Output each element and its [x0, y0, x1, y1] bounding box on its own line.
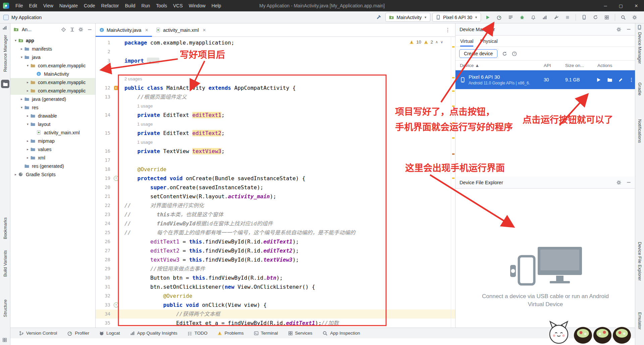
tree-item-mipmap[interactable]: ▸mipmap — [10, 137, 95, 145]
coverage-button[interactable] — [506, 13, 515, 22]
tree-item-values[interactable]: ▸values — [10, 145, 95, 153]
code-line-30[interactable]: 30 Button btn = this.findViewById(R.id.b… — [96, 273, 455, 282]
settings-gear-icon[interactable] — [630, 13, 639, 22]
menu-window[interactable]: Window — [186, 0, 209, 11]
code-line-18[interactable]: 18 @Override — [96, 165, 455, 174]
hide-panel-icon[interactable] — [626, 27, 631, 32]
status-item-profiler[interactable]: Profiler — [67, 331, 89, 336]
close-tab-icon[interactable]: ✕ — [145, 28, 148, 32]
code-line-3[interactable]: 3import ... — [96, 56, 455, 65]
code-line-35[interactable]: 35 EditText et_a = findViewById(R.id.edi… — [96, 319, 455, 328]
device-more-actions-button[interactable] — [629, 77, 634, 82]
editor-tab-activity-main-xml[interactable]: activity_main.xml✕ — [152, 23, 210, 37]
notifications-icon[interactable] — [529, 13, 538, 22]
column-header-api[interactable]: API — [539, 63, 561, 68]
tree-item-java[interactable]: ▾java — [10, 53, 95, 61]
device-manager-strip-icon[interactable] — [637, 25, 642, 30]
tree-item-manifests[interactable]: ▸manifests — [10, 45, 95, 53]
usages-inlay-hint[interactable]: 1 usage — [96, 138, 455, 147]
usages-inlay-hint[interactable]: 1 usage — [96, 101, 455, 111]
edit-device-button[interactable] — [618, 77, 623, 82]
build-hammer-icon[interactable] — [374, 13, 383, 22]
profiler-sessions-icon[interactable] — [540, 13, 549, 22]
menu-code[interactable]: Code — [81, 0, 98, 11]
code-line-15[interactable]: 15 private EditText editText2; — [96, 129, 455, 138]
menu-navigate[interactable]: Navigate — [56, 0, 81, 11]
code-line-34[interactable]: 34 //获得两个文本框 — [96, 309, 455, 319]
device-table-row[interactable]: Pixel 6 API 30 Android 11.0 Google APIs … — [455, 70, 635, 89]
tool-button-device-manager[interactable]: Device Manager — [637, 32, 642, 64]
project-view-selector[interactable]: An... — [22, 27, 32, 32]
code-line-26[interactable]: 26 editText1 = this.findViewById(R.id.ed… — [96, 237, 455, 246]
inspection-widget[interactable]: 10 2 ∧ ∨ — [409, 40, 443, 45]
run-button[interactable] — [483, 13, 492, 22]
menu-run[interactable]: Run — [139, 0, 153, 11]
next-problem-icon[interactable]: ∨ — [440, 40, 443, 44]
tree-item-gradle-scripts[interactable]: ▸Gradle Scripts — [10, 170, 95, 179]
layout-toggle-icon[interactable] — [2, 338, 8, 343]
tool-button-bookmarks[interactable]: Bookmarks — [3, 217, 8, 239]
code-line-14[interactable]: 14 private EditText editText1; — [96, 111, 455, 120]
status-item-terminal[interactable]: Terminal — [254, 331, 278, 336]
help-icon[interactable]: ? — [512, 51, 517, 56]
sync-project-icon[interactable] — [591, 13, 600, 22]
device-manager-icon[interactable] — [579, 13, 589, 22]
attach-debugger-icon[interactable] — [551, 13, 561, 22]
status-item-logcat[interactable]: Logcat — [99, 331, 120, 336]
status-item-todo[interactable]: TODO — [187, 331, 208, 336]
code-line-32[interactable]: 32 @Override — [96, 291, 455, 300]
code-line-23[interactable]: 23// this本类，也就是这个窗体 — [96, 210, 455, 219]
tree-item-mainactivity[interactable]: CMainActivity — [10, 70, 95, 78]
status-item-problems[interactable]: Problems — [217, 331, 244, 336]
menu-vcs[interactable]: VCS — [170, 0, 186, 11]
code-line-11[interactable]: 11 — [96, 65, 455, 74]
menu-edit[interactable]: Edit — [26, 0, 40, 11]
code-line-29[interactable]: 29 //按钮用来做点击事件 — [96, 264, 455, 273]
tree-item-xml[interactable]: ▸xml — [10, 153, 95, 162]
prev-problem-icon[interactable]: ∧ — [435, 40, 438, 44]
code-line-22[interactable]: 22// 对界面组件进行实例化 — [96, 201, 455, 210]
tree-item-res[interactable]: ▾res — [10, 103, 95, 112]
locate-file-icon[interactable] — [60, 26, 66, 32]
column-header-actions[interactable]: Actions — [593, 63, 635, 68]
code-line-27[interactable]: 27 editText2 = this.findViewById(R.id.ed… — [96, 246, 455, 255]
status-item-services[interactable]: Services — [288, 331, 313, 336]
hidden-tabs-menu-icon[interactable]: ⋮ — [440, 27, 455, 33]
code-line-25[interactable]: 25// 每个在界面上的组件都有唯一一个编号，这个编号是系统自动编的，是不能手动… — [96, 228, 455, 237]
menu-file[interactable]: File — [12, 0, 26, 11]
tree-item-java-generated[interactable]: ▸java (generated) — [10, 95, 95, 103]
close-button[interactable]: ✕ — [629, 0, 644, 11]
tool-button-build-variants[interactable]: Build Variants — [3, 250, 8, 277]
tree-item-activity-main-xml[interactable]: activity_main.xml — [10, 128, 95, 137]
close-tab-icon[interactable]: ✕ — [203, 28, 206, 32]
tree-item-drawable[interactable]: ▸drawable — [10, 112, 95, 120]
panel-settings-icon[interactable] — [616, 27, 622, 32]
usages-inlay-hint[interactable]: 2 usages — [96, 74, 455, 83]
tree-item-com-example-myapplic[interactable]: ▸com.example.myapplic — [10, 86, 95, 95]
tree-item-app[interactable]: ▾app — [10, 36, 95, 45]
usages-inlay-hint[interactable]: 1 usage — [96, 120, 455, 129]
tool-button-gradle[interactable]: Gradle — [637, 82, 642, 95]
column-header-device[interactable]: Device ▲ — [455, 63, 539, 68]
code-line-16[interactable]: 16 private TextView textView3; — [96, 147, 455, 156]
code-line-31[interactable]: 31 btn.setOnClickListener(new View.OnCli… — [96, 282, 455, 291]
search-everywhere-icon[interactable] — [619, 13, 628, 22]
menu-help[interactable]: Help — [209, 0, 224, 11]
debug-button[interactable] — [517, 13, 527, 22]
column-header-size-on[interactable]: Size on... — [561, 63, 593, 68]
code-line-2[interactable]: 2 — [96, 47, 455, 56]
status-item-version-control[interactable]: Version Control — [19, 331, 57, 336]
create-device-button[interactable]: Create device — [459, 49, 497, 58]
code-line-12[interactable]: 12cpublic class MainActivity extends App… — [96, 83, 455, 92]
project-widget[interactable]: My Application — [3, 15, 42, 20]
tool-button-resource-manager[interactable]: Resource Manager — [3, 35, 8, 72]
code-line-13[interactable]: 13 //根据页面组件定义 — [96, 92, 455, 101]
stop-button[interactable] — [563, 13, 572, 22]
code-line-28[interactable]: 28 textView3 = this.findViewById(R.id.te… — [96, 255, 455, 264]
code-line-20[interactable]: 20 super.onCreate(savedInstanceState); — [96, 183, 455, 192]
code-area[interactable]: 1package com.example.myapplication;23imp… — [96, 37, 455, 328]
project-tool-button[interactable] — [1, 80, 9, 88]
menu-refactor[interactable]: Refactor — [98, 0, 122, 11]
launch-device-button[interactable] — [596, 77, 601, 83]
tool-button-notifications[interactable]: Notifications — [637, 119, 642, 143]
